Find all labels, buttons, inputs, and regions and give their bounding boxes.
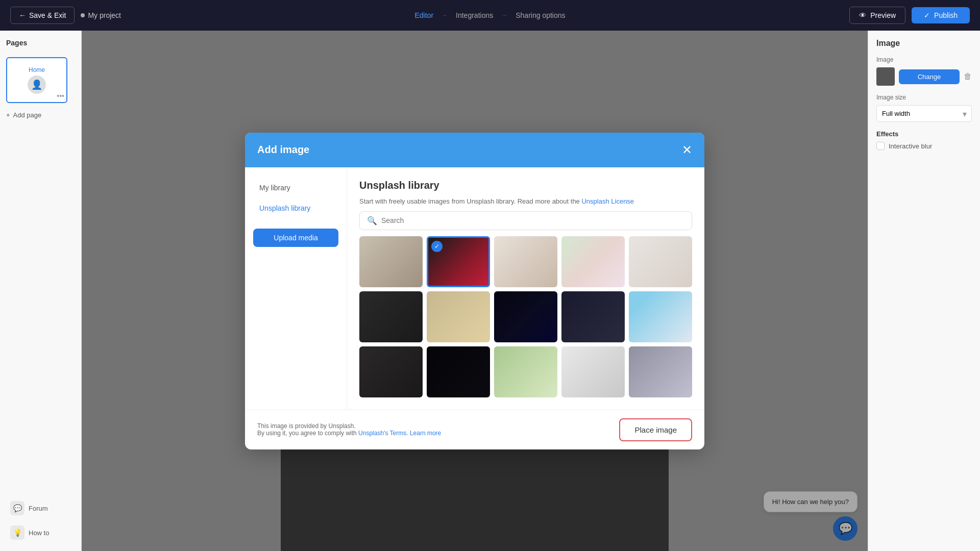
save-exit-button[interactable]: ← Save & Exit [10,7,75,24]
nav-arrow-1: → [442,12,448,19]
add-page-button[interactable]: + Add page [6,109,75,121]
rs-effects-label: Effects [876,130,972,138]
rs-image-size-label: Image size [876,94,972,101]
topbar-left: ← Save & Exit My project [10,7,121,24]
image-cell-7[interactable] [427,291,490,342]
plus-icon: + [6,111,10,119]
rs-select-wrapper: Full width Half width Custom ▾ [876,105,972,122]
add-page-label: Add page [13,111,42,119]
check-icon: ✓ [924,11,930,19]
image-cell-1[interactable] [359,236,423,287]
modal-nav-unsplash[interactable]: Unsplash library [253,200,338,216]
unsplash-terms-link[interactable]: Unsplash's Terms. [358,430,408,437]
rs-interactive-blur-checkbox[interactable] [876,142,885,150]
image-cell-12[interactable] [427,346,490,397]
rs-change-button[interactable]: Change [899,69,960,84]
image-cell-10[interactable] [629,291,692,342]
image-cell-14[interactable] [561,346,625,397]
page-options-dots[interactable]: ••• [57,92,64,100]
modal-footer: This image is provided by Unsplash. By u… [245,410,704,449]
rs-image-thumbnail [876,67,895,86]
eye-icon: 👁 [859,11,866,19]
image-cell-11[interactable] [359,346,423,397]
rs-interactive-blur-label: Interactive blur [889,142,932,150]
topbar-center-nav: Editor → Integrations → Sharing options [414,11,565,19]
upload-media-button[interactable]: Upload media [253,229,338,247]
modal-close-button[interactable]: ✕ [682,143,692,157]
modal-nav-my-library[interactable]: My library [253,180,338,196]
save-exit-label: Save & Exit [29,11,66,19]
modal-title: Add image [257,144,309,156]
nav-integrations[interactable]: Integrations [456,11,493,19]
sidebar-item-howto[interactable]: 💡 How to [6,522,75,543]
unsplash-desc-text: Start with freely usable images from Uns… [359,197,580,205]
image-grid: ✓ [359,236,692,397]
footer-text: This image is provided by Unsplash. By u… [257,422,441,437]
right-sidebar-title: Image [876,39,972,48]
footer-text-2: By using it, you agree to comply with [257,430,357,437]
left-sidebar: Pages Home 👤 ••• + Add page 💬 Forum 💡 Ho… [0,31,82,551]
image-selected-check: ✓ [431,241,443,252]
search-input[interactable] [381,216,684,224]
image-cell-2[interactable]: ✓ [427,236,490,287]
forum-label: Forum [29,505,48,512]
footer-text-line1: This image is provided by Unsplash. [257,422,441,430]
right-sidebar: Image Image Change 🗑 Image size Full wid… [868,31,980,551]
modal-sidebar: My library Unsplash library Upload media [245,167,347,410]
rs-delete-button[interactable]: 🗑 [964,72,972,81]
nav-arrow-2: → [501,12,507,19]
preview-label: Preview [870,11,896,19]
page-home-thumb[interactable]: Home 👤 ••• [6,57,67,103]
topbar-right: 👁 Preview ✓ Publish [849,7,970,24]
image-cell-15[interactable] [629,346,692,397]
modal-content: Unsplash library Start with freely usabl… [347,167,704,410]
rs-image-row: Change 🗑 [876,67,972,86]
modal-body: My library Unsplash library Upload media… [245,167,704,410]
rs-image-size-section: Image size Full width Half width Custom … [876,94,972,122]
page-home-label: Home [29,66,45,73]
nav-sharing-options[interactable]: Sharing options [516,11,565,19]
arrow-left-icon: ← [19,11,26,19]
bottom-nav: 💬 Forum 💡 How to [6,498,75,543]
search-icon: 🔍 [367,216,377,226]
search-bar: 🔍 [359,211,692,230]
howto-label: How to [29,529,49,537]
image-cell-3[interactable] [494,236,557,287]
status-dot [81,13,85,17]
add-image-modal: Add image ✕ My library Unsplash library … [245,133,704,449]
sidebar-item-forum[interactable]: 💬 Forum [6,498,75,518]
nav-editor[interactable]: Editor [414,11,433,19]
image-cell-8[interactable] [494,291,557,342]
main-layout: Pages Home 👤 ••• + Add page 💬 Forum 💡 Ho… [0,31,980,551]
image-cell-5[interactable] [629,236,692,287]
publish-button[interactable]: ✓ Publish [912,7,970,23]
image-cell-6[interactable] [359,291,423,342]
image-cell-13[interactable] [494,346,557,397]
canvas-area: Add image ✕ My library Unsplash library … [82,31,868,551]
howto-icon: 💡 [10,525,24,540]
pages-title: Pages [6,39,75,47]
footer-text-line2: By using it, you agree to comply with Un… [257,430,441,437]
rs-image-section: Image Change 🗑 [876,56,972,86]
topbar: ← Save & Exit My project Editor → Integr… [0,0,980,31]
image-cell-4[interactable] [561,236,625,287]
learn-more-link[interactable]: Learn more [410,430,441,437]
forum-icon: 💬 [10,501,24,515]
project-name-text: My project [88,11,121,19]
preview-button[interactable]: 👁 Preview [849,7,905,24]
place-image-button[interactable]: Place image [619,418,692,441]
rs-image-size-select[interactable]: Full width Half width Custom [876,105,972,122]
unsplash-title: Unsplash library [359,180,692,191]
project-name: My project [81,11,121,19]
rs-effects-section: Effects Interactive blur [876,130,972,150]
rs-image-label: Image [876,56,972,63]
rs-checkbox-row: Interactive blur [876,142,972,150]
image-cell-9[interactable] [561,291,625,342]
unsplash-desc: Start with freely usable images from Uns… [359,197,692,205]
modal-header: Add image ✕ [245,133,704,167]
modal-overlay: Add image ✕ My library Unsplash library … [82,31,868,551]
unsplash-license-link[interactable]: Unsplash License [581,197,634,205]
page-home-icon: 👤 [28,76,46,94]
publish-label: Publish [934,11,958,19]
